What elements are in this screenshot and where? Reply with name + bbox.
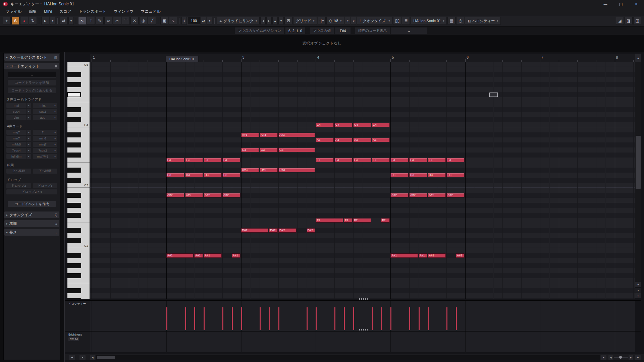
four-note-4-0-arrow-icon[interactable]: ▸ [27,154,31,159]
inversion-0-1-button[interactable]: 下へ移動 [33,169,58,174]
four-note-0-0-arrow-icon[interactable]: ▸ [27,130,31,135]
midi-note[interactable]: D#3 [278,168,315,172]
acoustic-feedback-button[interactable]: ↻ [29,17,37,25]
midi-note[interactable]: F3 [222,158,240,162]
midi-note[interactable]: F2 [353,218,371,223]
midi-note[interactable]: G3 [278,148,315,152]
velocity-bar[interactable] [307,307,308,330]
triad-2-1-button[interactable]: aug [33,115,53,120]
four-note-2-0-arrow-icon[interactable]: ▸ [27,142,31,147]
left-zone-toggle-button[interactable]: ◨ [625,17,633,25]
midi-note[interactable]: D3 [185,173,203,177]
velocity-bar[interactable] [316,307,317,330]
four-note-1-0-arrow-icon[interactable]: ▸ [27,136,31,141]
section-chord-edit[interactable]: ▾コードエディット≣ [4,63,59,69]
midi-note[interactable]: A3 [353,138,371,142]
tool-mute[interactable]: ✕ [130,17,139,25]
menu-transport[interactable]: トランスポート [75,9,110,14]
black-key[interactable] [67,193,81,198]
midi-note[interactable]: A#2 [390,193,409,197]
black-key[interactable] [67,288,81,293]
tool-trim[interactable]: ⊺ [87,17,95,25]
midi-note[interactable]: C4 [316,123,334,127]
nudge-right-button[interactable]: ▸ [266,17,272,25]
drop-0-0-button[interactable]: ドロップ2 [6,183,31,188]
four-note-3-0-arrow-icon[interactable]: ▸ [27,148,31,153]
cc-track[interactable] [90,331,635,352]
grid-type-select[interactable]: グリッド▾ [293,17,317,25]
drop-2-4-0-0-button[interactable]: ドロップ2 + 4 [6,189,57,194]
tool-zoom[interactable]: ◎ [139,17,147,25]
velocity-bar[interactable] [334,307,335,330]
menu-window[interactable]: ウィンドウ [110,9,137,14]
open-lower-zone-button[interactable]: ◢ [616,17,624,25]
triad-0-1-button[interactable]: min. [33,103,53,108]
black-key[interactable] [67,107,81,112]
midi-note[interactable]: D3 [390,173,409,177]
midi-note[interactable]: F3 [353,158,371,162]
nudge-up-button[interactable]: ▴ [272,17,278,25]
midi-note[interactable]: A#3 [241,133,259,137]
horizontal-scrollbar[interactable] [96,355,600,360]
midi-note[interactable]: F3 [390,158,409,162]
minimize-button[interactable]: — [598,0,613,8]
black-key[interactable] [67,82,81,87]
velocity-bar[interactable] [260,307,261,330]
velocity-bar[interactable] [372,307,373,330]
midi-note[interactable]: A#2 [185,193,203,197]
quantize-panel-button[interactable]: e [351,17,356,25]
black-key[interactable] [67,253,81,258]
vertical-scrollbar-thumb[interactable] [636,136,641,189]
window-layout-button[interactable]: ◫ [633,17,641,25]
midi-note[interactable]: A#2 [222,193,240,197]
four-note-3-0-button[interactable]: 7sus4 [6,148,26,153]
midi-note[interactable]: F3 [372,158,390,162]
zoom-in-arrow-button[interactable]: ▶ [629,355,633,360]
velocity-bar[interactable] [222,307,223,330]
midi-note[interactable]: A#1 [166,253,194,258]
four-note-1-1-arrow-icon[interactable]: ▸ [53,136,57,141]
horizontal-zoom-thumb[interactable] [619,356,622,359]
midi-note[interactable]: D#3 [241,168,259,172]
midi-note[interactable]: A3 [316,138,334,142]
midi-note[interactable]: A#2 [204,193,222,197]
midi-note[interactable]: D#3 [260,168,278,172]
record-in-editor-button[interactable]: ● [20,17,28,25]
midi-note[interactable]: D3 [222,173,240,177]
close-button[interactable]: ✕ [629,0,644,8]
current-chord-display-value[interactable]: -- [391,27,427,34]
menu-manual[interactable]: マニュアル [137,9,164,14]
midi-note[interactable]: F3 [204,158,222,162]
black-key[interactable] [67,153,81,158]
mouse-value-value[interactable]: F#4 [335,27,351,34]
pointer-display-arrow[interactable]: ▾ [50,17,55,25]
cc-lane-resize-handle[interactable] [359,329,368,330]
tool-draw[interactable]: ✎ [96,17,104,25]
insert-velocity-icon[interactable]: ⇕ [181,17,187,25]
midi-note[interactable]: F3 [166,158,184,162]
midi-note[interactable]: F3 [185,158,203,162]
scroll-right-button[interactable]: ▶ [601,355,606,360]
black-key[interactable] [67,228,81,233]
cc-lane-controls[interactable]: Brightness CC 74 [65,331,90,352]
black-key[interactable] [67,298,81,299]
tool-object-selection[interactable]: ↖ [78,17,86,25]
midi-note[interactable]: C4 [372,123,390,127]
velocity-bar[interactable] [419,307,420,330]
black-key[interactable] [67,263,81,268]
midi-note[interactable]: F2 [381,218,390,223]
four-note-0-1-button[interactable]: 7 [33,130,53,135]
four-note-1-1-button[interactable]: min6 [33,136,53,141]
midi-note[interactable]: D#2 [278,228,297,233]
midi-note[interactable]: A#2 [409,193,427,197]
section-length[interactable]: ▸長さ↔ [4,229,59,236]
midi-note[interactable]: A#2 [428,193,446,197]
midi-note[interactable]: D3 [428,173,446,177]
four-note-0-1-arrow-icon[interactable]: ▸ [53,130,57,135]
velocity-bar[interactable] [185,307,186,330]
four-note-2-0-button[interactable]: m7/b5 [6,142,26,147]
velocity-bar[interactable] [269,307,270,330]
quantize-preset-select[interactable]: Q1/8▾ [326,17,344,25]
create-chord-event-button[interactable]: コードイベントを作成 [8,201,56,207]
scroll-up-button[interactable]: ▲ [635,54,641,62]
